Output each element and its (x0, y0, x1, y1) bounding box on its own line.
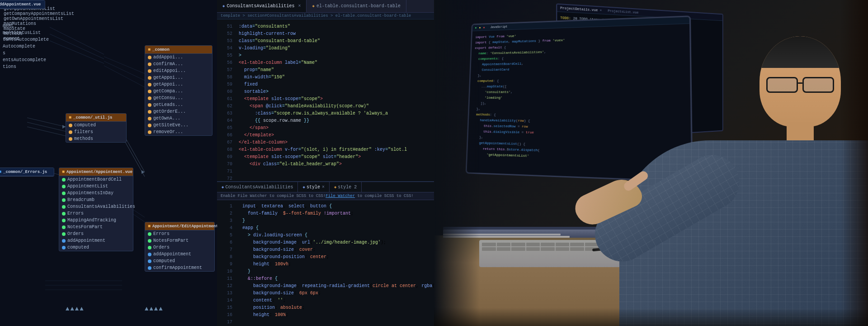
node-item: AppointmentList (59, 183, 133, 190)
node-item: getConsu... (145, 95, 212, 101)
file-watcher-bar: Enable File Watcher to compile SCSS to C… (217, 192, 434, 200)
node-item: tions (0, 63, 52, 70)
right-fade (841, 0, 868, 326)
arrows-indicator: ▲▲▲▲ (66, 305, 85, 312)
svg-marker-15 (142, 170, 145, 174)
node-item: computed (59, 244, 133, 251)
node-item: AppointmentsInDay (59, 190, 133, 197)
common-errors-node: ■ _common/_Errors.js (0, 168, 54, 177)
node-item: methods (66, 135, 126, 142)
node-item: getSiteEve... (145, 122, 212, 129)
node-item: confirmAppointment (145, 264, 214, 271)
svg-line-2 (50, 41, 104, 63)
node-item: getAppoi... (145, 74, 212, 81)
bottom-tabs: ◈ ConsultantsAvailabilities ◈ style × ◈ … (217, 182, 434, 192)
node-header: ■ Appointment/Appointment.vue (59, 168, 133, 176)
glasses-right (802, 77, 834, 93)
node-item: getAppoi... (145, 81, 212, 88)
node-item: mentStatusList (0, 29, 52, 36)
glasses-bridge (798, 82, 802, 84)
edit-appointment-node: ■ Appointment/EditAppointment.vue Errors… (145, 222, 215, 272)
node-item: addAppointment (145, 251, 214, 258)
node-item: Autocomplete (0, 43, 52, 50)
svg-line-9 (124, 136, 145, 172)
person-body (619, 140, 868, 326)
person-hair (760, 36, 841, 68)
editor-tabs: ◈ ConsultantsAvailabilities × ◈ el-table… (217, 0, 434, 13)
developer-photo-panel: ProjectDetails.vue × ProjectsList.vue TO… (434, 0, 868, 326)
node-header: ■ Appointment/EditAppointment.vue (145, 222, 214, 230)
node-item: MappingAndTracking (59, 217, 133, 224)
css-lines: input, textarea, select, button { font-f… (235, 203, 434, 326)
breadcrumb-path: template > section#ConsultantsAvailabili… (217, 13, 434, 19)
add-appointment-node: ■ nt/AddAppointment.vue (0, 0, 45, 9)
appointment-node: ■ Appointment/Appointment.vue Appointmen… (59, 168, 133, 251)
tab-el-table[interactable]: ◈ el-table.consultant-board-table (307, 0, 406, 12)
node-item: getOwnAppointmentsList (4, 16, 74, 21)
node-item: getOrderE... (145, 108, 212, 115)
node-item: removeOr... (145, 129, 212, 135)
person-silhouette (619, 36, 868, 326)
node-item: ment (0, 23, 52, 29)
node-item: editAppoi... (145, 67, 212, 74)
node-item: Orders (145, 244, 214, 251)
node-item: ConsultantsAvailabilities (59, 203, 133, 210)
node-item: Orders (59, 230, 133, 237)
dependency-graph-panel: getAppointmentsList getCompanyAppointmen… (0, 0, 217, 326)
svg-line-6 (27, 118, 66, 127)
person-head (760, 36, 841, 127)
node-item: getCompanyAppointmentsList (4, 11, 74, 16)
arrows-indicator-2: ▲▲▲▲ (145, 305, 164, 312)
left-fade (434, 0, 479, 326)
node-item: getLeads... (145, 101, 212, 108)
tab-consultants-availabilities[interactable]: ◈ ConsultantsAvailabilities × (217, 0, 307, 12)
code-editor-panel: ◈ ConsultantsAvailabilities × ◈ el-table… (217, 0, 434, 326)
svg-line-8 (27, 127, 66, 136)
node-item: AppointmentBoardCell (59, 176, 133, 183)
node-item: computed (66, 122, 126, 129)
glasses-left (766, 77, 798, 93)
node-item: NotesFormPart (145, 237, 214, 244)
node-item: s (0, 50, 52, 57)
common-node: ■ _common addAppoi... confirmA... editAp… (145, 45, 212, 136)
node-item: entsAutocomplete (0, 57, 52, 63)
node-item: Breadcrumb (59, 197, 133, 203)
tab-style2[interactable]: ◈ style 2 (330, 182, 362, 192)
person-glasses (764, 72, 836, 95)
node-item: Errors (59, 210, 133, 217)
svg-line-7 (27, 122, 66, 131)
node-item: confirmA... (145, 61, 212, 67)
node-header: ■ nt/AddAppointment.vue (0, 0, 45, 9)
svg-marker-14 (62, 125, 66, 129)
node-item: NotesFormPart (59, 224, 133, 230)
node-item: addAppoi... (145, 54, 212, 61)
node-item: filters (66, 129, 126, 135)
common-util-node: ■ _common/_util.js computed filters meth… (66, 113, 127, 143)
node-header: ■ _common/_Errors.js (0, 168, 54, 176)
bottom-fade (434, 308, 868, 326)
left-items: ment mentStatusList tantsAutocomplete Au… (0, 23, 52, 70)
node-item: tantsAutocomplete (0, 36, 52, 43)
node-item: Errors (145, 230, 214, 237)
node-item: computed (145, 258, 214, 264)
tab-consultants-bottom[interactable]: ◈ ConsultantsAvailabilities (217, 182, 298, 192)
css-code-area: 123456789101112131415161718 input, texta… (217, 200, 434, 326)
node-header: ■ _common (145, 46, 212, 54)
node-header: ■ _common/_util.js (66, 114, 126, 122)
tab-style[interactable]: ◈ style × (298, 182, 329, 192)
node-item: getCompa... (145, 88, 212, 95)
node-item: addAppointment (59, 237, 133, 244)
css-editor-section: ◈ ConsultantsAvailabilities ◈ style × ◈ … (217, 181, 434, 326)
css-line-numbers: 123456789101112131415161718 (217, 203, 235, 326)
file-watcher-link[interactable]: File Watcher (326, 194, 355, 198)
node-item: getOwnA... (145, 115, 212, 122)
